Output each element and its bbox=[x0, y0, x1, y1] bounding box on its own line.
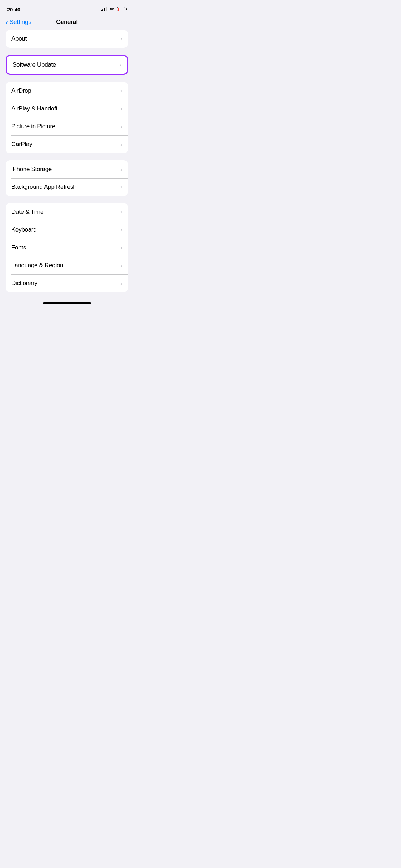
chevron-right-icon: › bbox=[120, 106, 122, 112]
navigation-bar: ‹ Settings General bbox=[0, 16, 134, 30]
status-time: 20:40 bbox=[7, 6, 20, 12]
settings-group-group3: AirDrop›AirPlay & Handoff›Picture in Pic… bbox=[6, 82, 128, 153]
settings-group-group1: About› bbox=[6, 30, 128, 48]
chevron-right-icon: › bbox=[120, 166, 122, 172]
signal-icon bbox=[101, 7, 107, 11]
settings-row-about[interactable]: About› bbox=[6, 30, 128, 48]
page-title: General bbox=[56, 19, 78, 26]
settings-row-carplay[interactable]: CarPlay› bbox=[6, 135, 128, 153]
settings-label-about: About bbox=[11, 35, 27, 42]
settings-row-dictionary[interactable]: Dictionary› bbox=[6, 274, 128, 292]
settings-label-airplay-handoff: AirPlay & Handoff bbox=[11, 105, 57, 112]
settings-row-airplay-handoff[interactable]: AirPlay & Handoff› bbox=[6, 100, 128, 118]
wifi-icon bbox=[109, 7, 115, 11]
chevron-right-icon: › bbox=[120, 245, 122, 250]
chevron-right-icon: › bbox=[120, 263, 122, 268]
settings-label-background-app-refresh: Background App Refresh bbox=[11, 184, 76, 191]
chevron-right-icon: › bbox=[120, 280, 122, 286]
settings-label-picture-in-picture: Picture in Picture bbox=[11, 123, 55, 130]
back-chevron-icon: ‹ bbox=[6, 19, 8, 26]
settings-label-dictionary: Dictionary bbox=[11, 280, 37, 287]
settings-row-date-time[interactable]: Date & Time› bbox=[6, 203, 128, 221]
settings-row-airdrop[interactable]: AirDrop› bbox=[6, 82, 128, 100]
settings-group-group2: Software Update› bbox=[6, 55, 128, 75]
settings-row-keyboard[interactable]: Keyboard› bbox=[6, 221, 128, 239]
chevron-right-icon: › bbox=[119, 62, 121, 68]
settings-row-fonts[interactable]: Fonts› bbox=[6, 239, 128, 257]
back-label: Settings bbox=[10, 19, 31, 26]
status-bar: 20:40 bbox=[0, 0, 134, 16]
settings-label-software-update: Software Update bbox=[12, 61, 56, 68]
settings-row-iphone-storage[interactable]: iPhone Storage› bbox=[6, 160, 128, 178]
settings-label-iphone-storage: iPhone Storage bbox=[11, 166, 52, 173]
chevron-right-icon: › bbox=[120, 227, 122, 233]
settings-label-keyboard: Keyboard bbox=[11, 226, 36, 233]
settings-label-carplay: CarPlay bbox=[11, 141, 32, 148]
settings-row-language-region[interactable]: Language & Region› bbox=[6, 257, 128, 274]
battery-icon bbox=[117, 7, 127, 11]
settings-row-picture-in-picture[interactable]: Picture in Picture› bbox=[6, 118, 128, 135]
settings-label-date-time: Date & Time bbox=[11, 208, 43, 216]
settings-row-background-app-refresh[interactable]: Background App Refresh› bbox=[6, 178, 128, 196]
home-bar bbox=[43, 302, 91, 304]
home-indicator bbox=[0, 299, 134, 307]
settings-group-group4: iPhone Storage›Background App Refresh› bbox=[6, 160, 128, 196]
settings-label-language-region: Language & Region bbox=[11, 262, 63, 269]
settings-content: About›Software Update›AirDrop›AirPlay & … bbox=[0, 30, 134, 292]
settings-group-group5: Date & Time›Keyboard›Fonts›Language & Re… bbox=[6, 203, 128, 292]
back-button[interactable]: ‹ Settings bbox=[6, 19, 31, 26]
settings-row-software-update[interactable]: Software Update› bbox=[7, 56, 127, 74]
chevron-right-icon: › bbox=[120, 141, 122, 147]
chevron-right-icon: › bbox=[120, 36, 122, 42]
status-icons bbox=[101, 7, 127, 11]
chevron-right-icon: › bbox=[120, 184, 122, 190]
chevron-right-icon: › bbox=[120, 209, 122, 215]
chevron-right-icon: › bbox=[120, 124, 122, 129]
settings-label-airdrop: AirDrop bbox=[11, 87, 31, 94]
settings-label-fonts: Fonts bbox=[11, 244, 26, 251]
chevron-right-icon: › bbox=[120, 88, 122, 94]
